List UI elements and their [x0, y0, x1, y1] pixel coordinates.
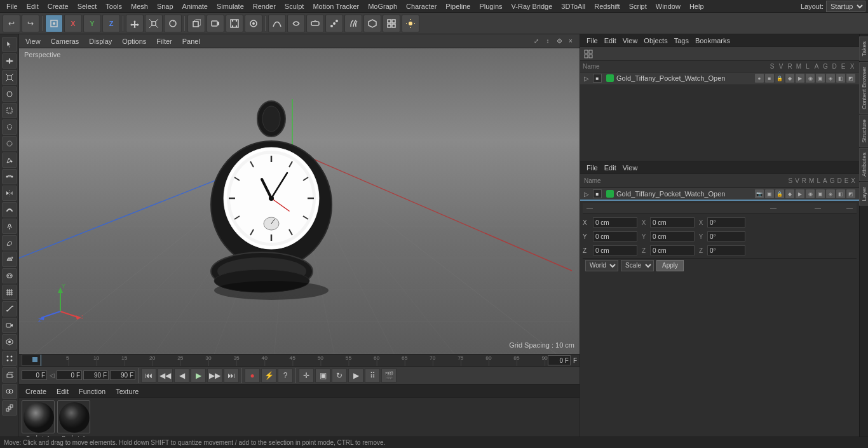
- menu-snap[interactable]: Snap: [153, 1, 177, 11]
- timeline-track[interactable]: 5 10 15 20 25 30 35 40 45: [41, 355, 548, 366]
- menu-simulate[interactable]: Simulate: [213, 1, 248, 11]
- menu-mograph[interactable]: MoGraph: [364, 1, 401, 11]
- timeline-frame-start[interactable]: [22, 355, 41, 366]
- light-btn[interactable]: [402, 15, 419, 32]
- om-view[interactable]: View: [620, 36, 641, 46]
- attr-icon-phys[interactable]: ◧: [836, 189, 845, 198]
- vtab-attributes[interactable]: Attributes: [859, 148, 869, 181]
- help-button[interactable]: ?: [278, 369, 293, 383]
- attr-icon-tex[interactable]: ◆: [785, 189, 794, 198]
- pos-z-input[interactable]: [593, 245, 637, 255]
- scale-select[interactable]: Scale: [621, 260, 654, 271]
- sculpt-grab-tool[interactable]: [2, 235, 17, 250]
- menu-character[interactable]: Character: [402, 1, 440, 11]
- vp-menu-options[interactable]: Options: [119, 36, 149, 46]
- pos-y-input[interactable]: [593, 231, 637, 241]
- mat-menu-function[interactable]: Function: [76, 386, 108, 397]
- attr-icon-lock[interactable]: 🔒: [775, 189, 784, 198]
- move-mode-btn[interactable]: ✛: [299, 369, 314, 383]
- mat-menu-texture[interactable]: Texture: [113, 386, 141, 397]
- vp-settings-icon[interactable]: ⚙: [554, 36, 564, 46]
- menu-mesh[interactable]: Mesh: [127, 1, 152, 11]
- select-mode-btn[interactable]: ▣: [315, 369, 330, 383]
- viewport-canvas[interactable]: X Y Z Perspective Grid Spacing : 10 cm: [19, 48, 580, 354]
- om-tags[interactable]: Tags: [672, 36, 691, 46]
- obj-icon-4[interactable]: ◆: [785, 74, 794, 83]
- rotate-tool[interactable]: [2, 86, 17, 102]
- om-file[interactable]: File: [584, 36, 600, 46]
- menu-file[interactable]: File: [3, 1, 22, 11]
- box-select-tool[interactable]: [2, 103, 17, 118]
- attr-icon-col[interactable]: ◈: [826, 189, 835, 198]
- go-to-start-button[interactable]: ⏮: [141, 369, 156, 383]
- vp-menu-view[interactable]: View: [23, 36, 43, 46]
- filmstrip-button[interactable]: [226, 15, 243, 32]
- extrude-tool[interactable]: [2, 367, 17, 383]
- autokey-button[interactable]: ⚡: [261, 369, 276, 383]
- undo-button[interactable]: ↩: [3, 15, 20, 32]
- go-to-end-button[interactable]: ⏭: [224, 369, 239, 383]
- cursor-tool[interactable]: [2, 37, 17, 52]
- cube-button[interactable]: [187, 15, 205, 32]
- hair-btn[interactable]: [344, 15, 362, 32]
- axis-z-button[interactable]: Z: [102, 15, 120, 32]
- object-placement-tool[interactable]: [2, 334, 17, 350]
- menu-create[interactable]: Create: [44, 1, 72, 11]
- menu-script[interactable]: Script: [625, 1, 651, 11]
- move-tool[interactable]: [2, 53, 17, 69]
- deformer-button[interactable]: [306, 15, 324, 32]
- end-frame-input[interactable]: [83, 370, 109, 380]
- vp-minimize-icon[interactable]: ↕: [543, 36, 553, 46]
- polygon-pen-tool[interactable]: [2, 153, 17, 168]
- record-button[interactable]: ●: [245, 369, 260, 383]
- play-forward-button[interactable]: ▶: [191, 369, 206, 383]
- vp-maximize-icon[interactable]: ⤢: [531, 36, 541, 46]
- om-edit[interactable]: Edit: [602, 36, 619, 46]
- menu-motion-tracker[interactable]: Motion Tracker: [309, 1, 363, 11]
- step-back-button[interactable]: ◀◀: [158, 369, 173, 383]
- obj-icon-10[interactable]: ◩: [846, 74, 855, 83]
- obj-icon-3[interactable]: 🔒: [775, 74, 784, 83]
- obj-icon-5[interactable]: ▶: [796, 74, 804, 83]
- camera-tool[interactable]: [2, 318, 17, 333]
- menu-redshift[interactable]: Redshift: [590, 1, 623, 11]
- axis-y-button[interactable]: Y: [83, 15, 101, 32]
- menu-render[interactable]: Render: [249, 1, 280, 11]
- obj-expand-icon[interactable]: ▷: [584, 75, 589, 82]
- live-selection-tool[interactable]: [2, 136, 17, 151]
- lasso-tool[interactable]: [2, 119, 17, 135]
- mirror-tool[interactable]: [2, 186, 17, 201]
- scene-object-row[interactable]: ▷ ■ Gold_Tiffany_Pocket_Watch_Open ● ■ 🔒…: [580, 72, 859, 85]
- attr-icon-ex[interactable]: ◩: [846, 189, 855, 198]
- obj-icon-9[interactable]: ◧: [836, 74, 845, 83]
- obj-icon-6[interactable]: ◉: [806, 74, 815, 83]
- vtab-takes[interactable]: Takes: [859, 37, 869, 61]
- camera-button[interactable]: [207, 15, 224, 32]
- attr-icon-disp[interactable]: ▣: [765, 189, 774, 198]
- vp-close-icon[interactable]: ×: [566, 36, 576, 46]
- render-button[interactable]: [245, 15, 262, 32]
- attr-file[interactable]: File: [584, 163, 600, 173]
- menu-plugins[interactable]: Plugins: [475, 1, 506, 11]
- step-forward-button[interactable]: ▶▶: [207, 369, 222, 383]
- menu-vray[interactable]: V-Ray Bridge: [508, 1, 557, 11]
- menu-window[interactable]: Window: [652, 1, 684, 11]
- attr-icon-anim[interactable]: ▶: [796, 189, 804, 198]
- mograph-btn[interactable]: [325, 15, 343, 32]
- apply-button[interactable]: Apply: [656, 260, 684, 271]
- fill-tool[interactable]: [2, 252, 17, 267]
- om-toolbar-btn-1[interactable]: [583, 48, 594, 60]
- scale-y-input[interactable]: [707, 231, 745, 241]
- paint-tool[interactable]: [2, 219, 17, 234]
- model-mode-button[interactable]: [45, 15, 63, 32]
- vp-menu-display[interactable]: Display: [86, 36, 114, 46]
- current-frame-input[interactable]: [57, 370, 82, 380]
- rot-x-input[interactable]: [650, 217, 695, 227]
- attr-view[interactable]: View: [620, 163, 641, 173]
- vp-menu-cameras[interactable]: Cameras: [48, 36, 82, 46]
- world-select[interactable]: World: [585, 260, 618, 271]
- rot-y-input[interactable]: [650, 231, 695, 241]
- start-frame-input[interactable]: [22, 370, 47, 380]
- rot-z-input[interactable]: [650, 245, 695, 255]
- object-btn[interactable]: [363, 15, 381, 32]
